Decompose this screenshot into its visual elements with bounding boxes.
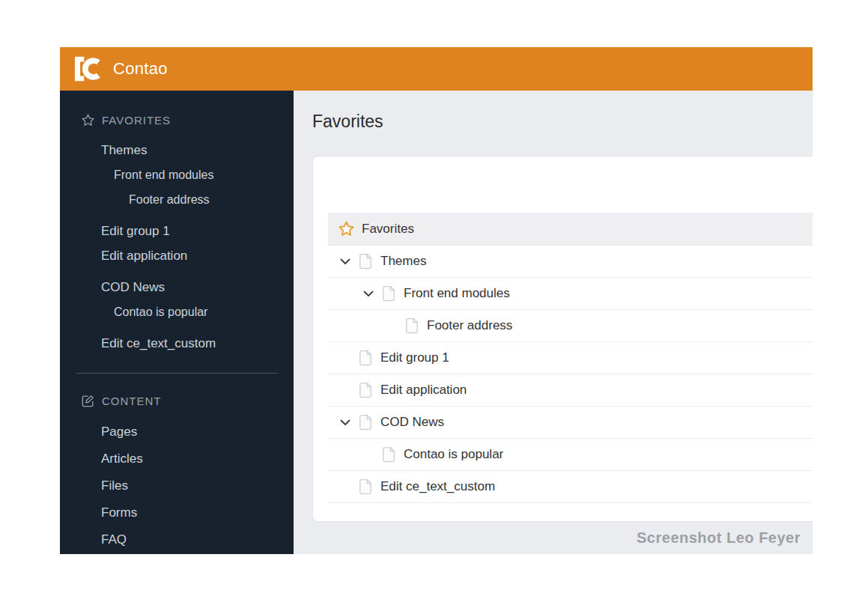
sidebar-item[interactable]: Edit group 1 — [60, 219, 294, 243]
tree-header-label: Favorites — [362, 222, 414, 237]
brand-name[interactable]: Contao — [113, 59, 168, 79]
document-icon — [359, 350, 372, 366]
sidebar-item[interactable]: Footer address — [60, 187, 294, 212]
tree-row[interactable]: Contao is popular — [328, 439, 813, 471]
tree-row-label: Contao is popular — [404, 447, 503, 462]
sidebar-item-label: Edit ce_text_custom — [101, 336, 216, 350]
document-icon — [405, 317, 419, 334]
tree-row-label: Footer address — [427, 318, 512, 333]
sidebar-item[interactable]: Edit application — [60, 243, 294, 268]
sidebar-favorites-header[interactable]: FAVORITES — [60, 113, 294, 127]
sidebar-section-label: FAVORITES — [102, 114, 171, 127]
chevron-down-icon[interactable] — [340, 258, 359, 265]
tree-row[interactable]: Edit application — [328, 374, 813, 407]
sidebar-item-label: Edit group 1 — [101, 224, 170, 238]
tree-row[interactable]: Front end modules — [328, 278, 813, 310]
sidebar-item[interactable]: COD News — [60, 275, 294, 300]
sidebar-content-header[interactable]: CONTENT — [60, 394, 294, 408]
page-title: Favorites — [312, 112, 813, 132]
top-bar: Contao — [60, 47, 813, 91]
main-area: Favorites Favorites — [294, 91, 813, 554]
document-icon — [359, 478, 372, 495]
sidebar-item-label: Contao is popular — [114, 305, 207, 318]
tree-row-label: COD News — [380, 415, 444, 430]
favorites-panel: Favorites — [312, 156, 813, 522]
sidebar-favorites-items: Themes Front end modules Footer address … — [60, 138, 294, 356]
chevron-down-icon[interactable] — [340, 419, 359, 426]
tree-row[interactable]: Edit group 1 — [328, 342, 813, 374]
tree-row[interactable]: Themes — [328, 246, 813, 278]
sidebar-item[interactable]: Pages — [60, 419, 294, 446]
sidebar-item-label: Footer address — [129, 193, 210, 206]
favorites-tree: Themes — [328, 246, 813, 503]
star-icon — [338, 220, 355, 237]
sidebar-content-items: Pages Articles Files Forms — [60, 419, 294, 553]
sidebar-item-label: Files — [101, 478, 128, 493]
tree-row-label: Edit group 1 — [380, 350, 449, 365]
chevron-down-icon[interactable] — [363, 291, 382, 297]
sidebar-item-label: Pages — [101, 425, 137, 439]
edit-icon — [81, 394, 95, 408]
sidebar-item[interactable]: Edit ce_text_custom — [60, 331, 294, 356]
sidebar-item-label: Themes — [101, 143, 147, 157]
sidebar-item[interactable]: Front end modules — [60, 162, 294, 187]
tree-row-label: Edit application — [380, 383, 467, 398]
tree-row-label: Themes — [380, 254, 426, 269]
tree-row-label: Edit ce_text_custom — [380, 479, 495, 494]
document-icon — [359, 414, 372, 431]
sidebar-item[interactable]: Themes — [60, 138, 294, 162]
tree-row-label: Front end modules — [404, 286, 510, 301]
sidebar-section-label: CONTENT — [102, 395, 162, 407]
star-icon — [81, 113, 95, 127]
contao-logo-icon[interactable] — [71, 55, 106, 83]
tree-header-favorites[interactable]: Favorites — [328, 213, 813, 246]
sidebar-section-content: CONTENT Pages Articles Files — [60, 394, 294, 553]
tree-row[interactable]: Footer address — [328, 310, 813, 342]
document-icon — [359, 382, 372, 398]
sidebar-item[interactable]: Forms — [60, 499, 294, 526]
sidebar-item[interactable]: Files — [60, 472, 294, 499]
document-icon — [359, 253, 372, 270]
sidebar-section-favorites: FAVORITES Themes Front end modules — [60, 113, 294, 356]
sidebar-item-label: Edit application — [101, 249, 187, 263]
sidebar-item-label: FAQ — [101, 532, 127, 547]
sidebar-item-label: Front end modules — [114, 168, 213, 181]
document-icon — [382, 285, 395, 302]
watermark-credit: Screenshot Leo Feyer — [294, 522, 813, 554]
sidebar-divider — [76, 373, 277, 374]
document-icon — [382, 446, 395, 463]
sidebar-item-label: COD News — [101, 280, 165, 294]
tree-row[interactable]: COD News — [328, 407, 813, 439]
sidebar: FAVORITES Themes Front end modules — [60, 91, 294, 554]
sidebar-item[interactable]: Contao is popular — [60, 300, 294, 324]
app-window: Contao FAVORITES Themes — [60, 47, 813, 554]
sidebar-item-label: Articles — [101, 452, 143, 466]
sidebar-item[interactable]: FAQ — [60, 526, 294, 553]
sidebar-item[interactable]: Articles — [60, 446, 294, 472]
sidebar-item-label: Forms — [101, 505, 137, 520]
tree-row[interactable]: Edit ce_text_custom — [328, 471, 813, 503]
